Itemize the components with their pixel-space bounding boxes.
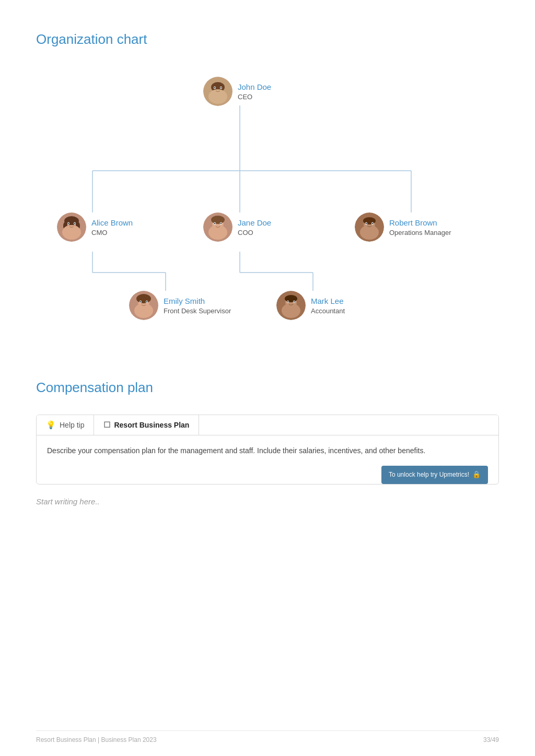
compensation-section: Compensation plan 💡 Help tip ☐ Resort Bu… [36, 380, 499, 506]
org-chart-section: Organization chart [36, 31, 499, 338]
help-body: Describe your compensation plan for the … [37, 435, 498, 473]
node-mark: Mark Lee Accountant [276, 291, 345, 320]
svg-point-17 [214, 87, 215, 88]
node-alice-name: Alice Brown [91, 218, 133, 228]
node-jane-info: Jane Doe COO [238, 218, 271, 237]
svg-point-35 [214, 223, 215, 224]
footer-left: Resort Business Plan | Business Plan 202… [36, 736, 157, 743]
avatar-mark [276, 291, 306, 320]
help-tabs: 💡 Help tip ☐ Resort Business Plan [37, 415, 498, 435]
node-jane-role: COO [238, 229, 271, 237]
org-chart: John Doe CEO [36, 66, 499, 338]
svg-point-36 [220, 223, 222, 224]
svg-point-51 [140, 301, 141, 302]
help-body-text: Describe your compensation plan for the … [47, 445, 488, 456]
svg-point-40 [360, 225, 379, 240]
avatar-emily [129, 291, 158, 320]
tab-help-tip[interactable]: 💡 Help tip [37, 415, 94, 435]
unlock-label: To unlock help try Upmetrics! [389, 470, 469, 480]
org-chart-title: Organization chart [36, 31, 499, 48]
lock-icon: 🔒 [472, 469, 481, 480]
page-footer: Resort Business Plan | Business Plan 202… [36, 730, 499, 743]
svg-point-44 [372, 223, 373, 224]
help-box: 💡 Help tip ☐ Resort Business Plan Descri… [36, 415, 499, 485]
node-alice: Alice Brown CMO [57, 212, 133, 242]
tab-resort-plan-label: Resort Business Plan [114, 421, 189, 429]
node-robert: Robert Brown Operations Manager [355, 212, 451, 242]
svg-point-47 [136, 294, 151, 303]
svg-point-43 [366, 223, 367, 224]
help-tip-icon: 💡 [46, 420, 56, 430]
avatar-jane [203, 212, 232, 242]
node-john-name: John Doe [238, 82, 271, 92]
node-john-role: CEO [238, 93, 271, 101]
node-robert-role: Operations Manager [389, 229, 451, 237]
node-alice-info: Alice Brown CMO [91, 218, 133, 237]
svg-point-56 [282, 303, 300, 318]
node-emily-role: Front Desk Supervisor [164, 307, 231, 315]
org-chart-lines [36, 66, 499, 338]
svg-point-52 [146, 301, 147, 302]
node-john: John Doe CEO [203, 77, 271, 106]
unlock-button[interactable]: To unlock help try Upmetrics! 🔒 [381, 466, 488, 484]
tab-help-tip-label: Help tip [60, 421, 84, 429]
avatar-robert [355, 212, 384, 242]
svg-point-60 [294, 301, 295, 302]
avatar-alice [57, 212, 86, 242]
compensation-title: Compensation plan [36, 380, 499, 396]
node-emily-name: Emily Smith [164, 296, 231, 306]
svg-point-31 [211, 216, 225, 224]
node-mark-name: Mark Lee [311, 296, 345, 306]
avatar-john [203, 77, 232, 106]
svg-point-28 [74, 223, 75, 224]
node-mark-info: Mark Lee Accountant [311, 296, 345, 315]
node-jane: Jane Doe COO [203, 212, 271, 242]
node-robert-name: Robert Brown [389, 218, 451, 228]
node-emily: Emily Smith Front Desk Supervisor [129, 291, 231, 320]
tab-resort-plan[interactable]: ☐ Resort Business Plan [94, 415, 199, 435]
svg-point-59 [287, 301, 288, 302]
node-mark-role: Accountant [311, 307, 345, 315]
svg-point-27 [68, 223, 69, 224]
node-john-info: John Doe CEO [238, 82, 271, 101]
node-robert-info: Robert Brown Operations Manager [389, 218, 451, 237]
node-emily-info: Emily Smith Front Desk Supervisor [164, 296, 231, 315]
svg-point-18 [220, 87, 222, 88]
svg-point-55 [285, 295, 297, 302]
node-alice-role: CMO [91, 229, 133, 237]
resort-plan-icon: ☐ [103, 420, 110, 430]
start-writing-placeholder[interactable]: Start writing here.. [36, 497, 499, 506]
node-jane-name: Jane Doe [238, 218, 271, 228]
svg-point-39 [363, 217, 376, 225]
footer-right: 33/49 [483, 736, 499, 743]
